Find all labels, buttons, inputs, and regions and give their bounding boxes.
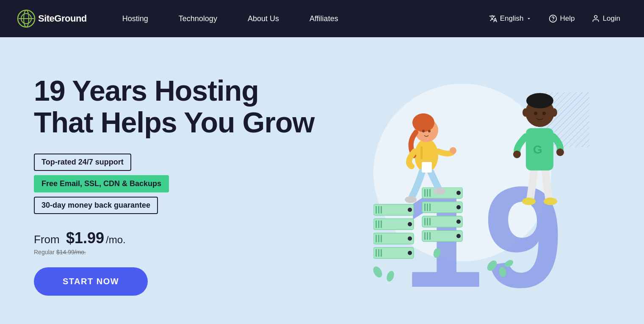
svg-point-76 <box>503 258 513 268</box>
pricing-info: From $1.99/mo. Regular $14.99/mo. <box>34 229 314 255</box>
badge-features: Free Email, SSL, CDN & Backups <box>34 175 169 192</box>
svg-rect-18 <box>381 220 382 228</box>
svg-rect-47 <box>427 232 428 240</box>
price-regular: Regular $14.99/mo. <box>34 249 314 255</box>
svg-rect-12 <box>378 206 379 214</box>
nav-link-about-us[interactable]: About Us <box>232 0 294 37</box>
svg-point-56 <box>450 147 456 154</box>
svg-point-77 <box>432 249 442 259</box>
svg-point-67 <box>542 112 546 115</box>
character-woman <box>390 96 462 215</box>
svg-point-58 <box>434 188 445 195</box>
price-regular-amount: $14.99/mo. <box>56 249 86 255</box>
help-label: Help <box>560 14 575 23</box>
price-amount: $1.99 <box>66 229 104 247</box>
price-main: From $1.99/mo. <box>34 229 314 247</box>
logo-text: SiteGround <box>38 13 87 24</box>
svg-point-49 <box>456 234 461 238</box>
svg-rect-22 <box>378 235 379 242</box>
nav-link-technology[interactable]: Technology <box>163 0 232 37</box>
svg-point-75 <box>498 266 507 277</box>
price-period: /mo. <box>106 234 126 246</box>
svg-point-65 <box>526 93 553 108</box>
svg-point-72 <box>371 265 384 279</box>
help-link[interactable]: Help <box>542 11 581 26</box>
hero-title: 19 Years Hosting That Helps You Grow <box>34 75 314 138</box>
hero-title-line1: 19 Years Hosting <box>34 74 259 107</box>
svg-point-66 <box>534 112 537 115</box>
character-man: G <box>507 71 572 206</box>
svg-point-54 <box>428 130 431 132</box>
language-label: English <box>500 14 524 23</box>
badges-list: Top-rated 24/7 support Free Email, SSL, … <box>34 154 314 214</box>
svg-point-6 <box>594 16 597 19</box>
svg-point-61 <box>544 198 557 205</box>
svg-point-68 <box>522 108 528 117</box>
login-link[interactable]: Login <box>585 11 627 26</box>
svg-point-24 <box>408 236 412 241</box>
svg-rect-42 <box>427 218 428 225</box>
svg-rect-41 <box>424 218 426 225</box>
user-icon <box>591 14 600 23</box>
svg-rect-45 <box>422 231 462 242</box>
nav-right: English Help Login <box>482 11 627 26</box>
translate-icon <box>489 14 498 23</box>
svg-rect-23 <box>381 235 382 242</box>
svg-point-73 <box>385 270 395 283</box>
leaf-decorations <box>369 249 513 283</box>
language-selector[interactable]: English <box>482 11 539 26</box>
svg-point-44 <box>456 220 461 224</box>
svg-rect-21 <box>376 235 377 242</box>
svg-rect-11 <box>376 206 377 214</box>
svg-point-60 <box>522 198 536 205</box>
svg-text:G: G <box>533 143 542 156</box>
svg-point-52 <box>412 113 434 132</box>
nav-links: Hosting Technology About Us Affiliates <box>107 0 482 37</box>
illustration-container: 19 <box>340 75 594 295</box>
svg-rect-59 <box>422 162 432 173</box>
svg-rect-16 <box>376 220 377 228</box>
siteground-logo-icon <box>17 9 36 28</box>
help-icon <box>549 14 557 23</box>
svg-point-19 <box>408 222 412 226</box>
logo-link[interactable]: SiteGround <box>17 9 87 28</box>
nav-link-hosting[interactable]: Hosting <box>107 0 163 37</box>
svg-rect-46 <box>424 232 426 240</box>
hero-content: 19 Years Hosting That Helps You Grow Top… <box>34 75 314 296</box>
svg-rect-48 <box>429 232 431 240</box>
svg-point-71 <box>556 148 564 156</box>
svg-point-74 <box>485 258 499 272</box>
nav-link-affiliates[interactable]: Affiliates <box>294 0 354 37</box>
navbar: SiteGround Hosting Technology About Us A… <box>0 0 644 37</box>
svg-point-70 <box>513 151 521 158</box>
login-label: Login <box>603 14 620 23</box>
svg-rect-43 <box>429 218 431 225</box>
svg-point-57 <box>405 196 417 203</box>
chevron-down-icon <box>526 16 532 22</box>
svg-rect-40 <box>422 216 462 227</box>
price-regular-label: Regular <box>34 249 55 255</box>
svg-rect-20 <box>373 233 414 244</box>
hero-section: 19 Years Hosting That Helps You Grow Top… <box>0 37 644 324</box>
svg-rect-15 <box>373 219 414 230</box>
svg-point-69 <box>551 108 557 117</box>
svg-point-53 <box>422 130 425 132</box>
price-from-label: From <box>34 233 60 246</box>
start-now-button[interactable]: START NOW <box>34 267 148 296</box>
badge-guarantee: 30-day money back guarantee <box>34 197 158 214</box>
svg-rect-55 <box>420 146 423 159</box>
svg-rect-17 <box>378 220 379 228</box>
svg-rect-13 <box>381 206 382 214</box>
badge-support: Top-rated 24/7 support <box>34 154 131 171</box>
hero-title-line2: That Helps You Grow <box>34 106 314 138</box>
hero-illustration: 19 <box>314 63 619 308</box>
